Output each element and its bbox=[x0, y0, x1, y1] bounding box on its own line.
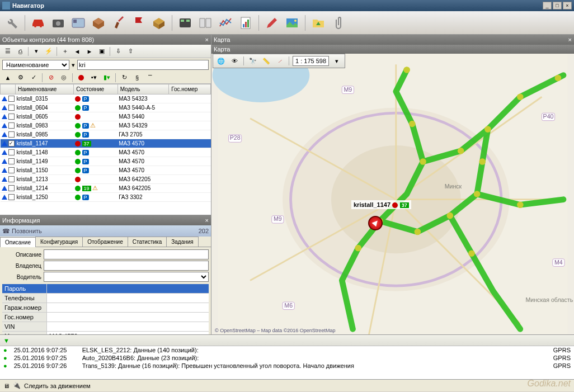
svg-text:Минская область: Минская область bbox=[525, 296, 573, 303]
filter-input[interactable] bbox=[77, 60, 209, 70]
filter-field-select[interactable]: Наименование bbox=[2, 60, 69, 70]
chart-icon[interactable] bbox=[216, 13, 235, 32]
box-icon[interactable] bbox=[89, 13, 108, 32]
wrench-icon[interactable] bbox=[2, 13, 21, 32]
col-gos[interactable]: Гос.номер bbox=[169, 84, 211, 95]
camera-icon[interactable] bbox=[49, 13, 68, 32]
map-scale[interactable]: 1 : 175 598 bbox=[293, 56, 329, 66]
check-icon[interactable]: ✓ bbox=[28, 72, 39, 83]
table-row[interactable]: kristall_1147 37МАЗ 4570 bbox=[1, 139, 211, 148]
tab-task[interactable]: Задания bbox=[166, 237, 199, 247]
filter-dropdown-icon[interactable]: ▾ bbox=[72, 62, 75, 69]
funnel-icon[interactable]: ▼ bbox=[3, 337, 10, 344]
options-icon[interactable]: ⎺ bbox=[144, 72, 156, 83]
col-state[interactable]: Состояние bbox=[74, 84, 117, 95]
table-row[interactable]: kristall_1250 PГАЗ 3302 bbox=[1, 193, 211, 202]
log-row[interactable]: ●25.01.2016 9:07:25ELSK_LES_2212: Данные… bbox=[0, 346, 574, 354]
stop-icon[interactable]: ⊘ bbox=[45, 72, 57, 83]
table-row[interactable]: kristall_0315 PМАЗ 54323 bbox=[1, 95, 211, 103]
tab-stat[interactable]: Статистика bbox=[128, 237, 167, 247]
col-model[interactable]: Модель bbox=[117, 84, 169, 95]
end-icon[interactable]: ▣ bbox=[96, 46, 107, 57]
print-icon[interactable]: ⎙ bbox=[15, 46, 26, 57]
table-row[interactable]: kristall_0604 PМАЗ 5440-А-5 bbox=[1, 103, 211, 112]
brush-icon[interactable] bbox=[109, 13, 128, 32]
table-row[interactable]: kristall_0605 МАЗ 5440 bbox=[1, 112, 211, 121]
marker-label: kristall_1147 bbox=[354, 201, 390, 208]
filter-icon[interactable]: ▾ bbox=[31, 46, 42, 57]
bolt-icon[interactable]: ⚡ bbox=[43, 46, 54, 57]
map-canvas[interactable]: P28 M9 P40 M4 M9 M6 Минск Минская област… bbox=[211, 54, 574, 334]
input-owner[interactable] bbox=[44, 261, 209, 271]
binoculars-icon[interactable]: 🔭 bbox=[247, 55, 258, 67]
map-tab-close-icon[interactable]: × bbox=[568, 36, 572, 43]
car-icon[interactable] bbox=[29, 13, 48, 32]
clip-icon[interactable] bbox=[329, 13, 348, 32]
plus-icon[interactable]: ＋ bbox=[59, 46, 70, 57]
map-marker[interactable]: kristall_1147 37 bbox=[368, 216, 383, 230]
svg-rect-3 bbox=[73, 20, 77, 23]
minimize-button[interactable]: _ bbox=[543, 2, 552, 10]
tab-conf[interactable]: Конфигурация bbox=[35, 237, 83, 247]
refresh-icon[interactable]: ↻ bbox=[119, 72, 130, 83]
left-icon[interactable]: ◄ bbox=[72, 46, 83, 57]
book-icon[interactable] bbox=[196, 13, 215, 32]
info-panel-header: Информация × bbox=[0, 215, 211, 225]
import-icon[interactable]: ⇩ bbox=[112, 46, 124, 57]
square-icon[interactable]: ▪▾ bbox=[88, 72, 100, 83]
svg-point-33 bbox=[474, 191, 481, 197]
export-icon[interactable]: ⇧ bbox=[125, 46, 136, 57]
table-row[interactable]: kristall_1214 19 ⚠МАЗ 642205 bbox=[1, 184, 211, 193]
tab-disp[interactable]: Отображение bbox=[82, 237, 128, 247]
log-row[interactable]: ●25.01.2016 9:07:26Trans_5139: Данные (1… bbox=[0, 362, 574, 370]
input-desc[interactable] bbox=[44, 249, 209, 259]
panel-close-icon[interactable]: × bbox=[205, 36, 209, 43]
call-label[interactable]: Позвонить bbox=[12, 228, 42, 234]
eye-icon[interactable]: 👁 bbox=[229, 55, 240, 67]
log-body[interactable]: ●25.01.2016 9:07:25ELSK_LES_2212: Данные… bbox=[0, 346, 574, 379]
package-icon[interactable] bbox=[149, 13, 168, 32]
globe-icon[interactable]: 🌐 bbox=[215, 55, 227, 67]
svg-point-28 bbox=[458, 148, 464, 154]
report-icon[interactable] bbox=[236, 13, 255, 32]
polyline-icon[interactable]: ⟋ bbox=[274, 55, 285, 67]
svg-point-39 bbox=[517, 202, 524, 209]
table-row[interactable]: kristall_0983 P ⚠МАЗ 54329 bbox=[1, 121, 211, 130]
greensquare-icon[interactable]: ▮▾ bbox=[101, 72, 112, 83]
dot-red-icon[interactable] bbox=[76, 72, 87, 83]
monitor-icon: 🖥 bbox=[3, 382, 10, 389]
pencil-icon[interactable] bbox=[262, 13, 281, 32]
table-row[interactable]: kristall_0985 PГАЗ 2705 bbox=[1, 130, 211, 139]
marker-pin-icon bbox=[368, 216, 383, 230]
list-icon[interactable]: ☰ bbox=[2, 46, 13, 57]
objects-table[interactable]: Наименование Состояние Модель Гос.номер … bbox=[0, 84, 211, 215]
table-row[interactable]: kristall_1213 МАЗ 642205 bbox=[1, 175, 211, 184]
table-row[interactable]: kristall_1148 PМАЗ 4570 bbox=[1, 148, 211, 157]
meter-icon[interactable] bbox=[176, 13, 195, 32]
phone-icon[interactable]: ☎ bbox=[2, 228, 10, 235]
close-button[interactable]: × bbox=[563, 2, 572, 10]
tri-icon[interactable]: ▲ bbox=[2, 72, 13, 83]
ruler-icon[interactable]: 📏 bbox=[261, 55, 272, 67]
status-follow[interactable]: Следить за движением bbox=[24, 382, 91, 389]
svg-point-30 bbox=[517, 93, 524, 100]
col-name[interactable]: Наименование bbox=[16, 84, 74, 95]
folder-icon[interactable] bbox=[309, 13, 328, 32]
table-row[interactable]: kristall_1150 PМАЗ 4570 bbox=[1, 166, 211, 175]
image-icon[interactable] bbox=[283, 13, 302, 32]
info-panel-title: Информация bbox=[2, 217, 40, 224]
target-icon[interactable]: ◎ bbox=[58, 72, 69, 83]
scale-dropdown-icon[interactable]: ▾ bbox=[331, 55, 342, 67]
info-panel-close-icon[interactable]: × bbox=[205, 217, 209, 224]
gear-small-icon[interactable]: ⚙ bbox=[15, 72, 26, 83]
select-driver[interactable] bbox=[44, 272, 209, 282]
log-row[interactable]: ●25.01.2016 9:07:25Auto_2020B416B6: Данн… bbox=[0, 354, 574, 362]
maximize-button[interactable]: □ bbox=[553, 2, 562, 10]
tab-desc[interactable]: Описание bbox=[0, 237, 36, 247]
flag-icon[interactable] bbox=[129, 13, 148, 32]
net-icon: 🔌 bbox=[13, 382, 21, 389]
table-row[interactable]: kristall_1149 PМАЗ 4570 bbox=[1, 157, 211, 166]
right-icon[interactable]: ► bbox=[84, 46, 95, 57]
card-icon[interactable] bbox=[69, 13, 88, 32]
route-icon[interactable]: § bbox=[131, 72, 143, 83]
